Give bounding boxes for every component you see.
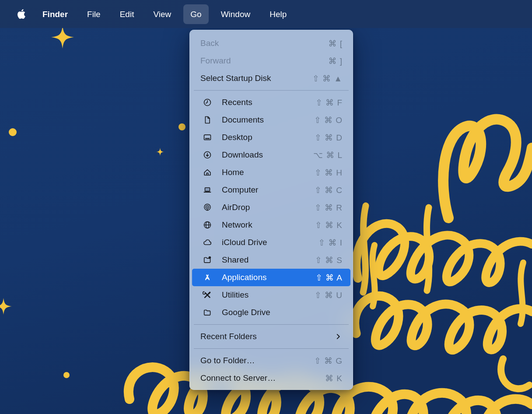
menu-item-label: Computer (222, 185, 258, 195)
menu-item-shortcut: ⇧ ⌘ ▲ (312, 74, 343, 84)
menu-item-shortcut: ⌥ ⌘ L (313, 150, 343, 160)
menu-item-label: Go to Folder… (200, 356, 255, 365)
menu-bar: FinderFileEditViewGoWindowHelp (0, 0, 532, 28)
utilities-icon (203, 290, 212, 300)
menubar-item-help[interactable]: Help (262, 4, 294, 24)
menu-item-applications[interactable]: Applications⇧ ⌘ A (192, 269, 350, 286)
network-icon (203, 220, 212, 230)
go-menu-panel: Back⌘ [Forward⌘ ]Select Startup Disk⇧ ⌘ … (189, 30, 353, 390)
menu-item-label: Downloads (222, 150, 263, 160)
menu-item-computer[interactable]: Computer⇧ ⌘ C (192, 181, 350, 199)
chevron-right-icon (334, 333, 342, 340)
menu-item-shortcut: ⇧ ⌘ O (314, 115, 343, 125)
menu-item-select-startup-disk[interactable]: Select Startup Disk⇧ ⌘ ▲ (192, 70, 350, 87)
menu-separator (194, 324, 349, 325)
menu-item-label: Google Drive (222, 308, 270, 317)
menu-item-shortcut: ⌘ K (325, 373, 343, 383)
menubar-item-go[interactable]: Go (183, 4, 208, 24)
menu-item-label: Back (200, 39, 219, 48)
menu-item-downloads[interactable]: Downloads⌥ ⌘ L (192, 146, 350, 164)
menu-item-label: Select Startup Disk (200, 74, 271, 83)
menu-separator (194, 90, 349, 91)
menu-item-connect-to-server[interactable]: Connect to Server…⌘ K (192, 369, 350, 387)
menu-item-google-drive[interactable]: Google Drive (192, 304, 350, 321)
menu-item-network[interactable]: Network⇧ ⌘ K (192, 216, 350, 234)
menu-item-go-to-folder[interactable]: Go to Folder…⇧ ⌘ G (192, 352, 350, 369)
downloads-icon (203, 150, 212, 160)
cloud-icon (203, 238, 212, 247)
menu-item-back: Back⌘ [ (192, 35, 350, 52)
menu-item-label: Documents (222, 115, 264, 125)
menu-item-documents[interactable]: Documents⇧ ⌘ O (192, 111, 350, 129)
menu-item-shortcut: ⌘ [ (328, 39, 343, 49)
menu-item-label: Network (222, 220, 252, 230)
menu-item-shortcut: ⇧ ⌘ H (315, 168, 343, 178)
computer-icon (203, 185, 212, 195)
menu-item-label: Forward (200, 56, 231, 66)
shared-folder-icon (203, 255, 212, 265)
menubar-items: FinderFileEditViewGoWindowHelp (35, 4, 294, 24)
menu-item-shortcut: ⇧ ⌘ C (315, 185, 343, 195)
menu-item-label: Connect to Server… (200, 373, 276, 383)
clock-icon (203, 98, 212, 107)
menu-item-shortcut: ⇧ ⌘ K (315, 220, 343, 230)
menu-item-label: AirDrop (222, 203, 250, 212)
menu-item-home[interactable]: Home⇧ ⌘ H (192, 164, 350, 181)
menu-item-shortcut: ⇧ ⌘ I (318, 238, 343, 248)
menu-item-utilities[interactable]: Utilities⇧ ⌘ U (192, 286, 350, 304)
menubar-item-file[interactable]: File (80, 4, 108, 24)
menu-item-shortcut: ⌘ ] (328, 56, 343, 66)
menu-item-label: Recent Folders (200, 332, 257, 341)
menu-item-airdrop[interactable]: AirDrop⇧ ⌘ R (192, 199, 350, 216)
menu-item-shortcut: ⇧ ⌘ D (315, 133, 343, 143)
menu-item-label: iCloud Drive (222, 238, 267, 247)
menubar-item-edit[interactable]: Edit (113, 4, 141, 24)
menubar-item-view[interactable]: View (146, 4, 178, 24)
menu-item-shared[interactable]: Shared⇧ ⌘ S (192, 251, 350, 269)
menu-item-shortcut: ⇧ ⌘ F (315, 98, 343, 108)
apple-icon[interactable] (17, 8, 26, 20)
applications-icon (203, 273, 212, 282)
menu-item-label: Utilities (222, 290, 248, 300)
menu-item-shortcut: ⇧ ⌘ A (315, 273, 343, 283)
menu-item-forward: Forward⌘ ] (192, 52, 350, 70)
menu-item-shortcut: ⇧ ⌘ G (314, 356, 343, 366)
document-icon (203, 115, 212, 125)
menu-item-label: Home (222, 168, 244, 177)
menu-item-shortcut: ⇧ ⌘ S (315, 255, 343, 265)
desktop-icon (203, 133, 212, 142)
menu-item-recents[interactable]: Recents⇧ ⌘ F (192, 94, 350, 111)
home-icon (203, 168, 212, 177)
airdrop-icon (203, 203, 212, 212)
menu-item-desktop[interactable]: Desktop⇧ ⌘ D (192, 129, 350, 146)
folder-icon (203, 308, 212, 317)
menu-item-shortcut: ⇧ ⌘ R (315, 203, 343, 213)
menu-item-label: Shared (222, 255, 248, 265)
menu-item-label: Applications (222, 273, 266, 282)
menu-item-icloud-drive[interactable]: iCloud Drive⇧ ⌘ I (192, 234, 350, 251)
menubar-item-window[interactable]: Window (214, 4, 258, 24)
menubar-item-finder[interactable]: Finder (35, 4, 75, 24)
menu-item-shortcut: ⇧ ⌘ U (315, 290, 343, 300)
menu-item-label: Recents (222, 98, 252, 107)
menu-item-recent-folders[interactable]: Recent Folders (192, 328, 350, 345)
menu-separator (194, 348, 349, 349)
menu-item-label: Desktop (222, 133, 252, 142)
